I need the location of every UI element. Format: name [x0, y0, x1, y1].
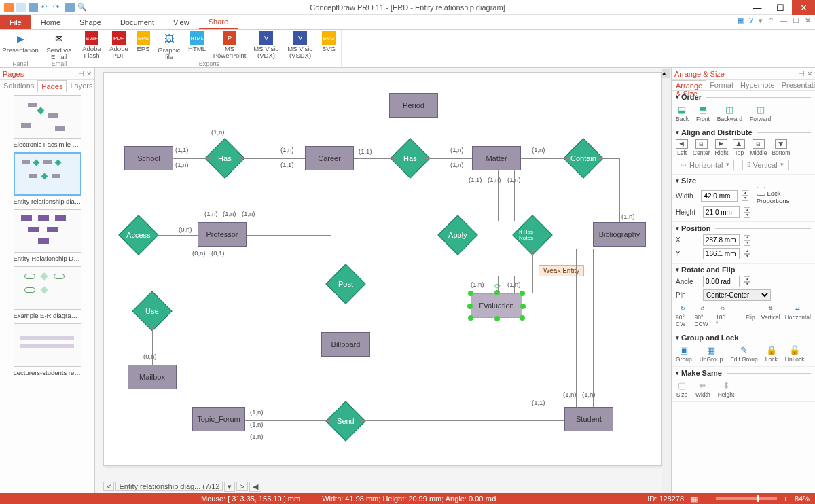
- flip-horizontal[interactable]: ⇄Horizontal: [785, 304, 811, 327]
- canvas-tab-current[interactable]: Entity relationship diag... (7/12: [115, 482, 223, 491]
- group-group[interactable]: ▣Group: [676, 344, 692, 363]
- align-right[interactable]: ⯈Right: [715, 139, 729, 156]
- rel-send[interactable]: Send: [325, 401, 365, 441]
- inner-min-icon[interactable]: —: [780, 16, 787, 25]
- tab-pages[interactable]: Pages: [37, 80, 67, 92]
- menu-document[interactable]: Document: [111, 15, 164, 29]
- flip-vertical[interactable]: ⇅Vertical: [761, 304, 780, 327]
- tab-solutions[interactable]: Solutions: [0, 80, 37, 92]
- close-button[interactable]: ✕: [792, 0, 815, 15]
- entity-bibliography[interactable]: Bibliography: [593, 222, 646, 247]
- status-dims: Width: 41.98 mm; Height: 20.99 mm; Angle…: [311, 494, 507, 503]
- align-bottom[interactable]: ⯆Bottom: [772, 139, 790, 156]
- inner-max-icon[interactable]: ☐: [793, 16, 799, 25]
- pages-panel-title: Pages: [3, 70, 24, 78]
- thumb-2[interactable]: Entity relationship diagram: [14, 152, 82, 205]
- group-ungroup[interactable]: ▦UnGroup: [700, 344, 723, 363]
- entity-period[interactable]: Period: [389, 93, 438, 118]
- status-zoom-in[interactable]: +: [784, 494, 788, 503]
- entity-mailbox[interactable]: Mailbox: [128, 365, 177, 389]
- pin-icon[interactable]: ⊣ ✕: [799, 70, 812, 77]
- entity-career[interactable]: Career: [305, 146, 354, 170]
- canvas[interactable]: Period School Career Matter Professor Bi…: [103, 72, 662, 466]
- size-height-input[interactable]: [703, 206, 740, 218]
- distribute-horizontal[interactable]: ▭ Horizontal ▾: [676, 160, 734, 170]
- rp-tab-arrange[interactable]: Arrange & Size: [672, 80, 706, 90]
- ribbon-flash[interactable]: SWFAdobe Flash: [79, 31, 105, 60]
- menu-share[interactable]: Share: [199, 15, 238, 29]
- lock-proportions[interactable]: [757, 187, 765, 196]
- ribbon-svg[interactable]: SVGSVG: [318, 31, 340, 60]
- help-icon[interactable]: ?: [749, 16, 753, 25]
- entity-matter[interactable]: Matter: [472, 146, 521, 170]
- thumb-5[interactable]: Lecturers-students relatio...: [14, 323, 82, 376]
- ribbon-visio-vsdx[interactable]: VMS Visio (VSDX): [284, 31, 316, 60]
- makesame-height[interactable]: ⬍Height: [718, 380, 735, 398]
- entity-topic-forum[interactable]: Topic_Forum: [192, 407, 245, 431]
- align-left[interactable]: ⯇Left: [676, 139, 688, 156]
- distribute-vertical[interactable]: ▯ Vertical ▾: [742, 160, 789, 170]
- thumb-3[interactable]: Entity-Relationship Diagr...: [14, 209, 82, 262]
- size-width-input[interactable]: [701, 190, 738, 202]
- makesame-size[interactable]: ▢Size: [676, 380, 688, 398]
- canvas-tab-prev[interactable]: <: [103, 482, 114, 491]
- canvas-tab-next[interactable]: >: [236, 482, 247, 491]
- thumb-4[interactable]: Example E-R diagram ext...: [14, 266, 82, 319]
- ribbon-html[interactable]: HTMLHTML: [185, 31, 209, 60]
- pin-select[interactable]: Center-Center: [703, 289, 771, 301]
- align-middle[interactable]: ⊟Middle: [750, 139, 767, 156]
- order-front[interactable]: ⬒Front: [696, 104, 710, 122]
- rotate-180[interactable]: ⟲180 °: [716, 304, 728, 327]
- canvas-vscroll[interactable]: ▴: [662, 68, 671, 493]
- tab-layers[interactable]: Layers: [67, 80, 96, 92]
- rp-tab-presentation[interactable]: Presentation: [778, 80, 815, 90]
- ribbon-eps[interactable]: EPSEPS: [133, 31, 153, 60]
- minimize-button[interactable]: —: [746, 0, 769, 15]
- rotate-90cw[interactable]: ↻90° CW: [676, 304, 689, 327]
- ribbon-visio-vdx[interactable]: VMS Visio (VDX): [250, 31, 283, 60]
- pin-icon[interactable]: ⊣ ✕: [78, 70, 92, 77]
- canvas-scroll-left[interactable]: ◀: [249, 482, 261, 492]
- ribbon-pdf[interactable]: PDFAdobe PDF: [106, 31, 132, 60]
- maximize-button[interactable]: ☐: [769, 0, 792, 15]
- rp-tab-hypernote[interactable]: Hypernote: [737, 80, 778, 90]
- menu-shape[interactable]: Shape: [70, 15, 111, 29]
- menu-home[interactable]: Home: [31, 15, 70, 29]
- dropdown-icon[interactable]: ▾: [759, 16, 763, 25]
- entity-professor[interactable]: Professor: [198, 222, 247, 247]
- angle-input[interactable]: [703, 276, 740, 287]
- thumb-1[interactable]: Electronic Facsimile Coll...: [14, 95, 82, 148]
- group-lock[interactable]: 🔒Lock: [765, 344, 778, 363]
- ribbon-presentation[interactable]: ▶Presentation: [1, 31, 39, 54]
- makesame-width[interactable]: ⬌Width: [695, 380, 710, 398]
- status-zoom-out[interactable]: −: [704, 494, 708, 503]
- entity-student[interactable]: Student: [564, 407, 613, 431]
- order-backward[interactable]: ◫Backward: [717, 104, 742, 122]
- entity-school[interactable]: School: [124, 146, 173, 170]
- section-size: Size Width▴▾ Lock Proportions Height▴▾: [672, 175, 815, 222]
- rotate-90ccw[interactable]: ↺90° CCW: [694, 304, 711, 327]
- zoom-slider[interactable]: [716, 497, 777, 500]
- menu-view[interactable]: View: [164, 15, 199, 29]
- entity-evaluation-selected[interactable]: Evaluation ⟳: [471, 293, 522, 318]
- menu-file[interactable]: File: [0, 15, 31, 29]
- collapse-ribbon-icon[interactable]: ⌃: [768, 16, 774, 25]
- order-back[interactable]: ⬓Back: [676, 104, 689, 122]
- canvas-tab-dd[interactable]: ▾: [224, 482, 235, 492]
- align-center[interactable]: ⊟Center: [693, 139, 710, 156]
- inner-close-icon[interactable]: ✕: [805, 16, 811, 25]
- group-edit[interactable]: ✎Edit Group: [730, 344, 758, 363]
- ribbon-send-email[interactable]: ✉Send via Email: [43, 31, 75, 60]
- align-top[interactable]: ⯅Top: [733, 139, 745, 156]
- rp-tab-format[interactable]: Format: [706, 80, 737, 90]
- ribbon-ppt[interactable]: PMS PowerPoint: [211, 31, 249, 60]
- pos-y-input[interactable]: [703, 248, 740, 259]
- entity-billboard[interactable]: Billboard: [321, 332, 370, 357]
- ribbon-graphic[interactable]: 🖼Graphic file: [155, 31, 183, 60]
- ribbon: ▶Presentation Panel ✉Send via Email Emai…: [0, 30, 815, 68]
- pos-x-input[interactable]: [703, 234, 740, 246]
- order-forward[interactable]: ◫Forward: [750, 104, 771, 122]
- group-unlock[interactable]: 🔓UnLock: [785, 344, 805, 363]
- cloud-icon[interactable]: ▦: [737, 16, 744, 25]
- status-layout-icon[interactable]: ▦: [691, 494, 698, 503]
